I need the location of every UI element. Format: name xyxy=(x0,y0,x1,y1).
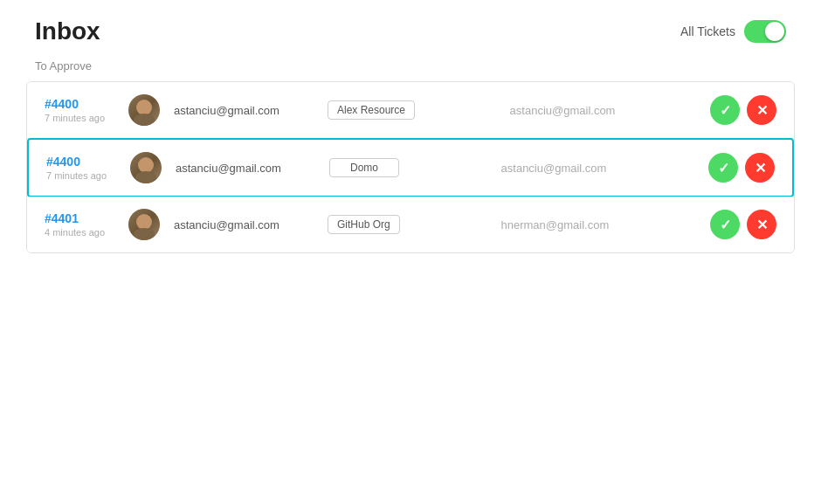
action-buttons xyxy=(710,210,776,239)
reject-button[interactable] xyxy=(747,95,776,125)
ticket-id: #4401 xyxy=(45,211,114,225)
ticket-id-block: #4401 4 minutes ago xyxy=(45,211,114,238)
ticket-id: #4400 xyxy=(46,155,116,169)
ticket-id-block: #4400 7 minutes ago xyxy=(45,97,114,123)
cross-icon xyxy=(756,102,768,119)
approve-button[interactable] xyxy=(710,95,740,125)
avatar-image xyxy=(130,152,162,183)
ticket-id-block: #4400 7 minutes ago xyxy=(46,155,116,181)
action-buttons xyxy=(708,153,775,183)
ticket-time: 7 minutes ago xyxy=(46,170,116,181)
avatar-image xyxy=(128,209,160,240)
assignee-email: astanciu@gmail.com xyxy=(429,104,696,117)
cross-icon xyxy=(755,160,766,176)
checkmark-icon xyxy=(720,217,731,233)
assignee-email: astanciu@gmail.com xyxy=(413,162,694,175)
checkmark-icon xyxy=(720,102,731,119)
reject-button[interactable] xyxy=(747,210,776,239)
requester-email: astanciu@gmail.com xyxy=(176,162,315,175)
table-row[interactable]: #4400 7 minutes ago astanciu@gmail.com A… xyxy=(27,82,794,139)
checkmark-icon xyxy=(718,160,729,176)
ticket-id: #4400 xyxy=(45,97,114,111)
cross-icon xyxy=(756,217,768,233)
reject-button[interactable] xyxy=(745,153,775,183)
ticket-time: 4 minutes ago xyxy=(45,227,114,238)
avatar-image xyxy=(128,94,160,126)
ticket-time: 7 minutes ago xyxy=(45,113,114,123)
resource-tag: Domo xyxy=(329,158,399,177)
tickets-container: #4400 7 minutes ago astanciu@gmail.com A… xyxy=(26,81,795,253)
requester-email: astanciu@gmail.com xyxy=(174,218,314,231)
resource-tag: Alex Resource xyxy=(328,100,415,120)
page-title: Inbox xyxy=(35,17,100,45)
toggle-label: All Tickets xyxy=(680,24,735,38)
all-tickets-toggle[interactable] xyxy=(744,20,786,43)
all-tickets-toggle-group: All Tickets xyxy=(680,20,786,43)
assignee-email: hnerman@gmail.com xyxy=(414,218,696,231)
approve-button[interactable] xyxy=(708,153,738,183)
avatar xyxy=(128,94,160,126)
avatar xyxy=(128,209,160,240)
resource-tag: GitHub Org xyxy=(328,215,400,234)
table-row[interactable]: #4400 7 minutes ago astanciu@gmail.com D… xyxy=(27,138,794,197)
page-header: Inbox All Tickets xyxy=(0,0,821,59)
table-row[interactable]: #4401 4 minutes ago astanciu@gmail.com G… xyxy=(27,197,794,252)
avatar xyxy=(130,152,162,183)
action-buttons xyxy=(710,95,776,125)
section-label: To Approve xyxy=(0,59,821,81)
requester-email: astanciu@gmail.com xyxy=(174,104,314,117)
approve-button[interactable] xyxy=(710,210,740,239)
